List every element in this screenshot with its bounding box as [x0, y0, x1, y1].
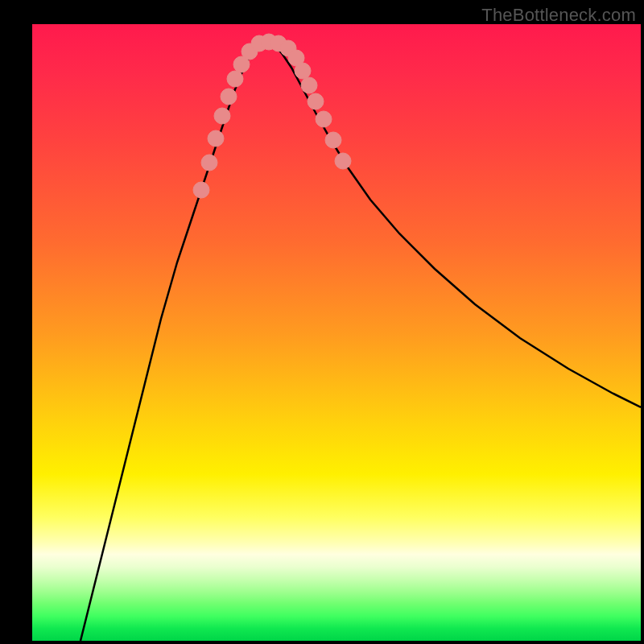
- plot-area: [32, 24, 641, 641]
- data-marker: [214, 108, 230, 124]
- data-marker: [208, 130, 224, 147]
- data-marker: [221, 89, 237, 105]
- data-marker: [193, 182, 209, 198]
- data-marker: [301, 77, 317, 93]
- marker-layer: [32, 24, 641, 641]
- data-marker: [295, 63, 311, 79]
- chart-frame: TheBottleneck.com: [0, 0, 644, 644]
- data-marker: [316, 111, 332, 127]
- data-marker: [227, 71, 243, 87]
- data-marker: [201, 155, 217, 171]
- data-marker: [335, 153, 351, 169]
- watermark-text: TheBottleneck.com: [481, 5, 636, 26]
- data-marker: [325, 132, 341, 148]
- data-marker: [308, 93, 324, 109]
